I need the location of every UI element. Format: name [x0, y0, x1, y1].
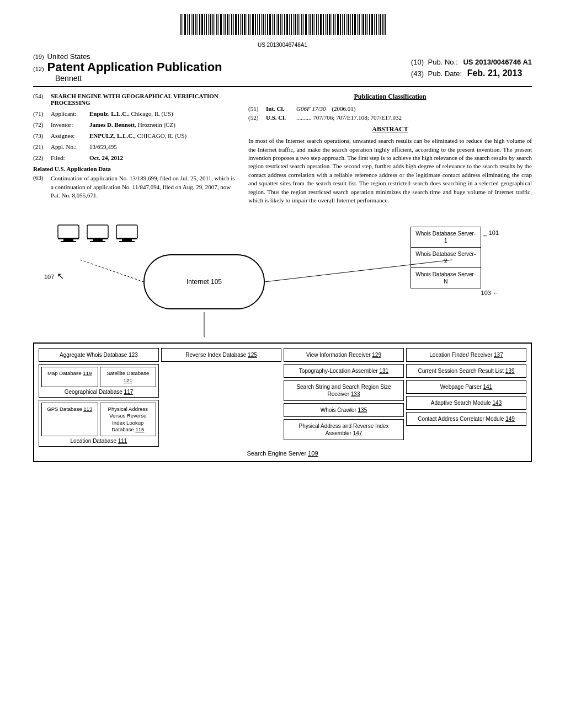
svg-rect-69: [325, 14, 326, 35]
svg-rect-53: [291, 14, 292, 35]
svg-rect-48: [280, 14, 281, 35]
whois-servers-inner: Whois Database Server-1 Whois Database S…: [411, 227, 481, 288]
svg-rect-42: [267, 14, 268, 35]
field-54-num: (54): [33, 93, 51, 106]
loc-finder-box: Location Finder/ Receiver 137: [406, 348, 526, 362]
field-21-label: Appl. No.:: [51, 143, 89, 150]
svg-rect-1: [180, 14, 182, 35]
inventor-name: Bennett: [55, 74, 82, 83]
geo-db-label: Geographical Database 117: [41, 389, 156, 395]
whoisN-box: Whois Database Server-N: [411, 268, 481, 288]
class-row-52: (52) U.S. Cl. .......... 707/706; 707/E1…: [248, 114, 532, 121]
phys-vs-rev-box: Physical Address Versus Reverse Index Lo…: [100, 403, 157, 436]
field-22-value: Oct. 24, 2012: [89, 154, 237, 161]
whois-crawler-box: Whois Crawler 135: [284, 403, 404, 417]
svg-rect-84: [357, 14, 358, 35]
field-71: (71) Applicant: Enpulz, L.L.C., Chicago,…: [33, 110, 237, 117]
svg-rect-60: [305, 14, 307, 35]
svg-rect-21: [223, 14, 223, 35]
internet-label: Internet 105: [186, 278, 222, 286]
col2-spacer: [161, 364, 281, 447]
field-73-label: Assignee:: [51, 132, 89, 139]
label-10: (10): [411, 58, 424, 66]
barcode-svg: [172, 11, 393, 39]
field-71-value: Enpulz, L.L.C., Chicago, IL (US): [89, 110, 237, 117]
class-52-num: (52): [248, 114, 266, 121]
class-52-value: .......... 707/706; 707/E17.108; 707/E17…: [296, 114, 402, 121]
svg-rect-2: [183, 14, 183, 35]
svg-rect-87: [363, 14, 364, 35]
svg-rect-27: [235, 14, 237, 35]
label-19: (19): [33, 53, 44, 60]
field-21: (21) Appl. No.: 13/659,495: [33, 143, 237, 150]
svg-rect-78: [344, 14, 345, 35]
svg-rect-46: [276, 14, 276, 35]
svg-rect-22: [225, 14, 226, 35]
contact-addr-box: Contact Address Correlator Module 149: [406, 412, 526, 426]
computer-icon-1: [55, 224, 83, 249]
svg-rect-14: [208, 14, 209, 35]
svg-rect-30: [242, 14, 243, 35]
svg-rect-54: [293, 14, 294, 35]
satellite-db-box: Satellite Database 121: [100, 367, 157, 387]
field-71-num: (71): [33, 110, 51, 117]
col-right: Publication Classification (51) Int. Cl.…: [248, 93, 532, 205]
col-left: (54) SEARCH ENGINE WITH GEOGRAPHICAL VER…: [33, 93, 237, 205]
whois-servers-box: Whois Database Server-1 Whois Database S…: [411, 227, 499, 296]
loc-db-box: GPS Database 113 Physical Address Versus…: [39, 400, 159, 447]
label-43: (43): [411, 69, 424, 78]
header-left: (19) United States (12) Patent Applicati…: [33, 52, 222, 83]
svg-rect-34: [250, 14, 251, 35]
ses-box: Aggregate Whois Database 123 Map Databas…: [33, 342, 532, 462]
field-21-num: (21): [33, 143, 51, 150]
pub-number: US 20130046746A1: [33, 42, 532, 48]
svg-rect-75: [337, 14, 339, 35]
svg-rect-68: [323, 14, 324, 35]
svg-rect-12: [204, 14, 205, 35]
field-63: (63) Continuation of application No. 13/…: [33, 174, 237, 200]
svg-rect-64: [315, 14, 315, 35]
pub-no-line: (10) Pub. No.: US 2013/0046746 A1: [411, 58, 532, 66]
svg-rect-102: [87, 225, 108, 238]
field-63-value: Continuation of application No. 13/189,6…: [51, 174, 237, 200]
svg-rect-55: [295, 14, 296, 35]
rev-idx-box: Reverse Index Database 125: [161, 348, 281, 362]
svg-rect-38: [259, 14, 260, 35]
svg-rect-90: [369, 14, 370, 35]
svg-rect-104: [93, 239, 103, 241]
svg-rect-94: [378, 14, 379, 35]
svg-rect-11: [201, 14, 203, 35]
svg-rect-66: [318, 14, 319, 35]
svg-rect-73: [333, 14, 334, 35]
field-54-value: SEARCH ENGINE WITH GEOGRAPHICAL VERIFICA…: [51, 93, 237, 106]
field-22-num: (22): [33, 154, 51, 161]
svg-rect-79: [346, 14, 347, 35]
pub-date-line: (43) Pub. Date: Feb. 21, 2013: [411, 68, 532, 78]
svg-rect-74: [335, 14, 336, 35]
country-label: United States: [47, 52, 90, 61]
svg-rect-82: [352, 14, 353, 35]
pub-date-value: Feb. 21, 2013: [467, 68, 523, 78]
header-section: (19) United States (12) Patent Applicati…: [33, 52, 532, 87]
svg-rect-88: [365, 14, 366, 35]
svg-line-110: [80, 260, 143, 282]
svg-rect-108: [122, 239, 132, 241]
svg-rect-45: [274, 14, 275, 35]
svg-rect-26: [233, 14, 234, 35]
patent-type: Patent Application Publication: [47, 61, 222, 74]
svg-rect-101: [61, 241, 76, 242]
field-54: (54) SEARCH ENGINE WITH GEOGRAPHICAL VER…: [33, 93, 237, 106]
svg-rect-109: [119, 241, 135, 242]
svg-rect-41: [265, 14, 266, 35]
svg-rect-20: [220, 14, 222, 35]
svg-rect-33: [248, 14, 249, 35]
whois2-box: Whois Database Server-2: [411, 248, 481, 268]
svg-rect-8: [195, 14, 196, 35]
class-52-label: U.S. Cl.: [266, 114, 296, 121]
computer-icon-3: [114, 224, 141, 249]
svg-rect-96: [382, 14, 383, 35]
class-51-label: Int. Cl.: [266, 105, 296, 112]
svg-rect-28: [238, 14, 239, 35]
svg-rect-81: [350, 14, 351, 35]
abstract-text: In most of the Internet search operation…: [248, 137, 532, 205]
